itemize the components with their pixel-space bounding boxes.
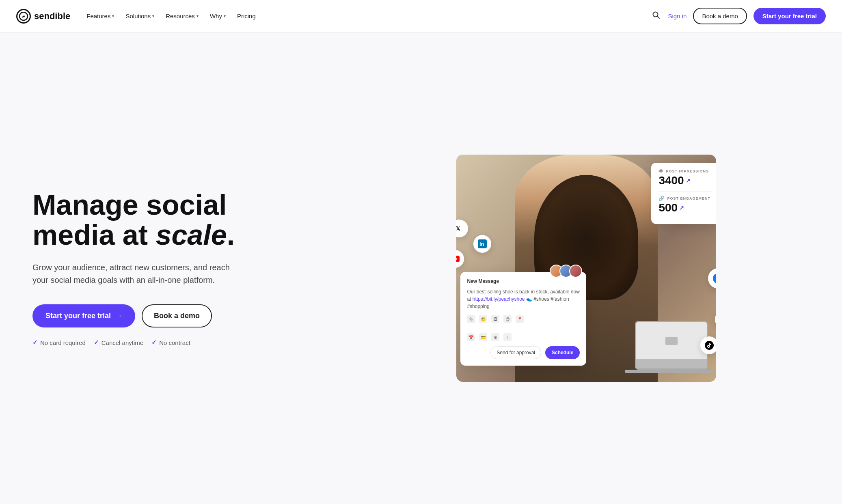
- laptop-base: [625, 370, 714, 373]
- location-icon[interactable]: 📍: [516, 315, 524, 323]
- brand-logo[interactable]: sendible: [16, 9, 70, 24]
- x-logo-icon: 𝕏: [456, 224, 464, 233]
- laptop: [635, 321, 708, 370]
- main-nav: sendible Features ▾ Solutions ▾ Resource…: [0, 0, 842, 32]
- check-icon: ✓: [94, 339, 99, 346]
- search-icon: [652, 11, 660, 19]
- image-icon[interactable]: 🖼: [491, 315, 499, 323]
- hero-right: 𝕏 in f: [456, 155, 818, 382]
- hero-section: Manage social media at scale. Grow your …: [0, 32, 842, 504]
- nav-left: sendible Features ▾ Solutions ▾ Resource…: [16, 9, 256, 24]
- svg-point-9: [713, 273, 716, 284]
- chevron-down-icon: ▾: [152, 14, 154, 18]
- youtube-logo-icon: [456, 256, 460, 262]
- book-demo-hero-button[interactable]: Book a demo: [142, 304, 212, 327]
- nav-links: Features ▾ Solutions ▾ Resources ▾ Why ▾…: [86, 13, 255, 19]
- nav-why[interactable]: Why ▾: [210, 13, 226, 19]
- message-card-header: New Message: [467, 278, 580, 284]
- nav-features[interactable]: Features ▾: [86, 13, 114, 19]
- nav-solutions[interactable]: Solutions ▾: [125, 13, 154, 19]
- trust-no-card: ✓ No card required: [32, 339, 86, 346]
- facebook-logo-icon: f: [713, 273, 716, 284]
- hero-title: Manage social media at scale.: [32, 190, 284, 250]
- message-bottom-toolbar: 📅 💳 ⚙ ↑: [467, 333, 580, 341]
- chevron-down-icon: ▾: [196, 14, 199, 18]
- book-demo-nav-button[interactable]: Book a demo: [693, 8, 747, 24]
- start-trial-hero-button[interactable]: Start your free trial →: [32, 304, 135, 327]
- trust-badges: ✓ No card required ✓ Cancel anytime ✓ No…: [32, 339, 284, 346]
- brand-name: sendible: [34, 11, 70, 22]
- logo-icon: [16, 9, 31, 24]
- avatar-group: [553, 265, 582, 278]
- nav-resources[interactable]: Resources ▾: [166, 13, 199, 19]
- paperclip-icon[interactable]: 📎: [467, 315, 475, 323]
- nav-right: Sign in Book a demo Start your free tria…: [650, 8, 826, 24]
- trend-up-icon: ↗: [686, 177, 691, 184]
- hero-left: Manage social media at scale. Grow your …: [32, 190, 284, 346]
- arrow-right-icon: →: [115, 312, 122, 320]
- svg-point-14: [705, 341, 714, 350]
- svg-rect-2: [665, 337, 678, 345]
- calendar-icon[interactable]: 📅: [467, 333, 475, 341]
- card-icon[interactable]: 💳: [479, 333, 487, 341]
- avatar: [569, 265, 582, 278]
- trust-no-contract: ✓ No contract: [151, 339, 190, 346]
- message-actions: Send for approval Schedule: [467, 346, 580, 359]
- trend-up-icon: ↗: [679, 205, 684, 211]
- start-trial-nav-button[interactable]: Start your free trial: [753, 8, 826, 24]
- message-divider: [467, 328, 580, 328]
- schedule-button[interactable]: Schedule: [545, 346, 580, 359]
- message-toolbar: 📎 🙂 🖼 @ 📍: [467, 315, 580, 323]
- engagement-icon: 🔗: [658, 196, 665, 201]
- hero-image: 𝕏 in f: [456, 155, 716, 382]
- divider: [658, 191, 713, 192]
- emoji-icon[interactable]: 🙂: [479, 315, 487, 323]
- svg-text:𝕏: 𝕏: [456, 226, 460, 232]
- post-impressions-stat: 👁 POST IMPRESSIONS 3400 ↗: [658, 168, 713, 187]
- search-button[interactable]: [650, 9, 662, 23]
- check-icon: ✓: [32, 339, 38, 346]
- chevron-down-icon: ▾: [224, 14, 226, 18]
- trust-cancel: ✓ Cancel anytime: [94, 339, 143, 346]
- message-card-body: Our best-selling shoe is back in stock, …: [467, 288, 580, 310]
- linkedin-logo-icon: in: [478, 239, 487, 248]
- hero-ctas: Start your free trial → Book a demo: [32, 304, 284, 327]
- nav-pricing[interactable]: Pricing: [237, 13, 256, 19]
- stats-card: 👁 POST IMPRESSIONS 3400 ↗ 🔗 POST ENGAGEM…: [651, 163, 716, 224]
- tiktok-logo-icon: [705, 341, 714, 350]
- share-icon[interactable]: ↑: [503, 333, 512, 341]
- post-engagement-stat: 🔗 POST ENGAGEMENT 500 ↗: [658, 196, 713, 214]
- send-for-approval-button[interactable]: Send for approval: [490, 346, 541, 359]
- message-link: https://bit.ly/peachyshoe: [473, 296, 525, 302]
- chevron-down-icon: ▾: [112, 14, 114, 18]
- hero-subtitle: Grow your audience, attract new customer…: [32, 261, 244, 286]
- message-card: New Message Our best-selling shoe is bac…: [460, 272, 586, 366]
- at-icon[interactable]: @: [503, 315, 512, 323]
- signin-link[interactable]: Sign in: [668, 13, 687, 19]
- eye-icon: 👁: [658, 168, 664, 174]
- check-icon: ✓: [151, 339, 157, 346]
- settings-icon[interactable]: ⚙: [491, 333, 499, 341]
- svg-text:in: in: [479, 241, 484, 247]
- tiktok-icon-float: [700, 336, 716, 354]
